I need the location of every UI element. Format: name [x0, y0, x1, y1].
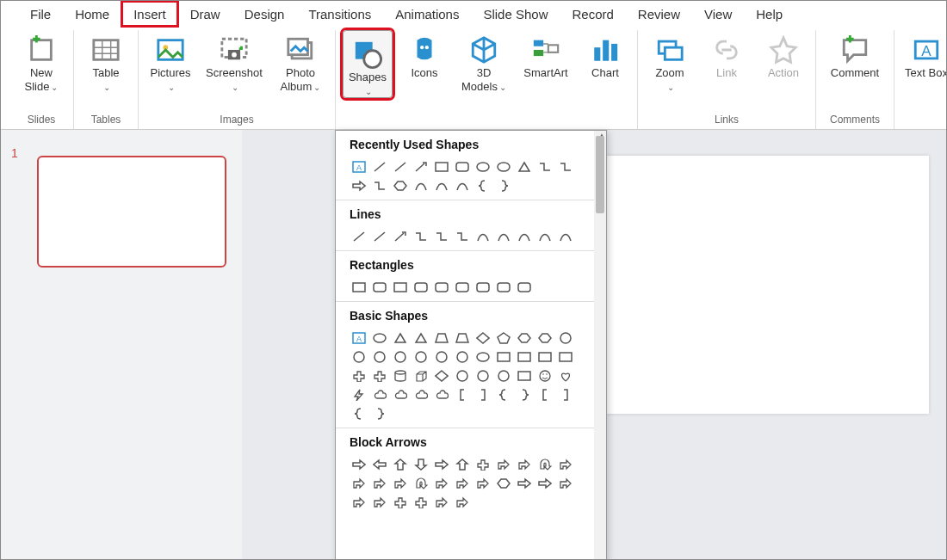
tab-home[interactable]: Home: [63, 1, 121, 27]
shape-circle[interactable]: [453, 367, 472, 385]
shape-rect[interactable]: [515, 348, 534, 366]
shape-brace[interactable]: [494, 386, 513, 403]
shape-brace2[interactable]: [494, 177, 513, 194]
shape-plus[interactable]: [350, 367, 368, 385]
shape-circle[interactable]: [494, 367, 513, 385]
shape-elbow[interactable]: [370, 177, 389, 194]
smartart-button[interactable]: SmartArt: [518, 30, 573, 98]
pictures-button[interactable]: Pictures⌄: [145, 30, 195, 93]
shape-plus[interactable]: [391, 494, 410, 511]
shape-curve[interactable]: [515, 228, 534, 245]
shape-plus[interactable]: [370, 367, 389, 385]
photo-album-button[interactable]: Photo Album⌄: [273, 30, 328, 93]
icons-button[interactable]: Icons: [399, 30, 449, 98]
shape-bent[interactable]: [432, 494, 451, 511]
shape-curve[interactable]: [556, 228, 575, 245]
shape-line[interactable]: [391, 158, 410, 175]
shape-circle[interactable]: [370, 348, 389, 366]
new-slide-button[interactable]: New Slide⌄: [16, 30, 66, 93]
shape-trap[interactable]: [453, 329, 472, 347]
shape-rect[interactable]: [391, 279, 410, 296]
shape-rect[interactable]: [494, 348, 513, 366]
shape-tri[interactable]: [515, 158, 534, 175]
tab-transitions[interactable]: Transitions: [296, 1, 383, 27]
shape-oval[interactable]: [474, 348, 492, 366]
shape-circle[interactable]: [391, 348, 410, 366]
shape-curve[interactable]: [535, 228, 554, 245]
tab-file[interactable]: File: [18, 1, 63, 27]
shape-hex[interactable]: [535, 329, 554, 347]
shape-rect[interactable]: [432, 158, 451, 175]
shape-plus[interactable]: [412, 494, 430, 511]
shape-pent[interactable]: [494, 329, 513, 347]
shape-brace2[interactable]: [370, 405, 389, 422]
shape-roundrect[interactable]: [515, 279, 534, 296]
screenshot-button[interactable]: Screenshot⌄: [202, 30, 266, 93]
shape-arrowU[interactable]: [453, 456, 472, 473]
slide-thumbnail-1[interactable]: [37, 156, 226, 268]
shape-bent[interactable]: [350, 475, 368, 492]
shape-curve[interactable]: [474, 228, 492, 245]
shape-smile[interactable]: [535, 367, 554, 385]
shape-bracket2[interactable]: [556, 386, 575, 403]
shape-arrowR[interactable]: [515, 475, 534, 492]
shape-bent[interactable]: [370, 475, 389, 492]
shape-circle[interactable]: [453, 348, 472, 366]
shape-circle[interactable]: [556, 329, 575, 347]
shape-rect[interactable]: [350, 279, 368, 296]
comment-button[interactable]: Comment: [823, 30, 887, 80]
shape-trap[interactable]: [432, 329, 451, 347]
shape-bent[interactable]: [494, 456, 513, 473]
shape-bent[interactable]: [556, 456, 575, 473]
shape-elbow[interactable]: [556, 158, 575, 175]
shape-textbox[interactable]: A: [350, 329, 368, 347]
shape-roundrect[interactable]: [494, 279, 513, 296]
shape-bracket2[interactable]: [474, 386, 492, 403]
shape-bent[interactable]: [474, 475, 492, 492]
shape-bent[interactable]: [515, 456, 534, 473]
shapes-button[interactable]: Shapes⌄: [343, 30, 393, 98]
shape-curve[interactable]: [494, 228, 513, 245]
shape-rect[interactable]: [515, 367, 534, 385]
shape-roundrect[interactable]: [453, 158, 472, 175]
shape-tri[interactable]: [391, 329, 410, 347]
shape-bent[interactable]: [453, 494, 472, 511]
shape-bent[interactable]: [350, 494, 368, 511]
tab-design[interactable]: Design: [232, 1, 297, 27]
shape-line[interactable]: [350, 228, 368, 245]
dropdown-scrollbar[interactable]: ▲: [594, 131, 606, 560]
tab-animations[interactable]: Animations: [383, 1, 471, 27]
shape-bent[interactable]: [453, 475, 472, 492]
shape-cyl[interactable]: [391, 367, 410, 385]
shape-circle[interactable]: [474, 367, 492, 385]
shape-hex[interactable]: [391, 177, 410, 194]
shape-heart[interactable]: [556, 367, 575, 385]
shape-arrowR[interactable]: [535, 475, 554, 492]
shape-arrowR[interactable]: [350, 177, 368, 194]
shape-rect[interactable]: [535, 348, 554, 366]
shape-line[interactable]: [370, 158, 389, 175]
shape-elbow[interactable]: [432, 228, 451, 245]
chart-button[interactable]: Chart: [580, 30, 630, 98]
shape-tri[interactable]: [412, 329, 430, 347]
shape-oval[interactable]: [474, 158, 492, 175]
shape-arrowU[interactable]: [391, 456, 410, 473]
shape-cloud[interactable]: [370, 386, 389, 403]
3d-models-button[interactable]: 3D Models⌄: [456, 30, 511, 98]
shape-hex[interactable]: [515, 329, 534, 347]
shape-bent[interactable]: [556, 475, 575, 492]
tab-insert[interactable]: Insert: [121, 1, 178, 27]
shape-line[interactable]: [370, 228, 389, 245]
zoom-button[interactable]: Zoom⌄: [645, 30, 695, 93]
shape-brace[interactable]: [350, 405, 368, 422]
shape-roundrect[interactable]: [412, 279, 430, 296]
shape-uarrow[interactable]: [412, 475, 430, 492]
shape-diamond[interactable]: [432, 367, 451, 385]
shape-diamond[interactable]: [474, 329, 492, 347]
shape-bent[interactable]: [391, 475, 410, 492]
tab-review[interactable]: Review: [626, 1, 692, 27]
shape-circle[interactable]: [412, 348, 430, 366]
shape-cube[interactable]: [412, 367, 430, 385]
shape-circle[interactable]: [432, 348, 451, 366]
tab-draw[interactable]: Draw: [178, 1, 232, 27]
